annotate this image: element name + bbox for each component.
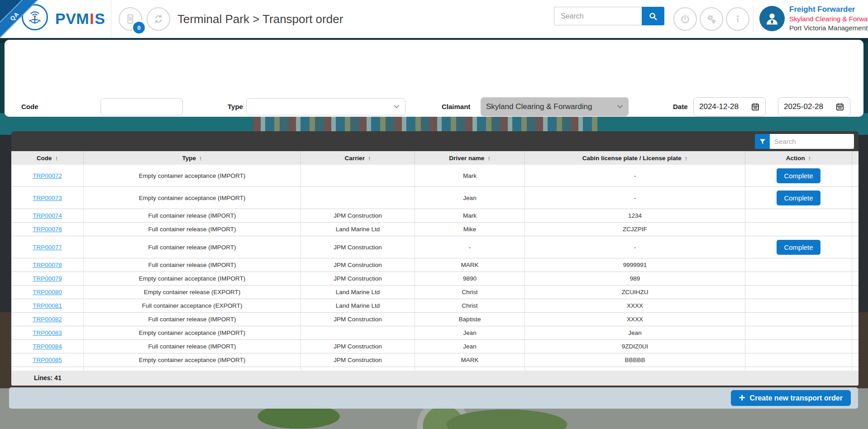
cell-carrier: JPM Construction [301,236,415,258]
table-scrollbar-gutter[interactable] [852,286,858,299]
cell-action [745,209,852,222]
table-search-input[interactable] [770,134,854,149]
table-scrollbar-gutter[interactable] [852,353,858,367]
global-search-button[interactable] [642,7,664,25]
table-scrollbar-gutter[interactable] [852,272,858,285]
type-select[interactable] [246,98,405,115]
table-scrollbar-gutter[interactable] [852,367,858,371]
cell-action: Complete [745,165,852,186]
cell-driver: MARK [415,258,525,272]
filter-panel: Code Type Claimant Skyland Clearing & Fo… [5,40,863,117]
table-scrollbar-gutter[interactable] [852,187,858,209]
table-scrollbar-gutter[interactable] [852,313,858,326]
documents-button[interactable]: 0 [119,7,142,31]
claimant-select-value: Skyland Clearing & Forwarding [486,102,592,111]
table-scrollbar-gutter[interactable] [852,165,858,186]
order-code-link[interactable]: TRP00076 [33,226,62,233]
table-scrollbar-gutter[interactable] [852,340,858,353]
column-header-license-plate[interactable]: Cabin license plate / License plate↑ [525,151,745,165]
cell-type: Full container release (IMPORT) [84,258,301,272]
cell-code: TRP00083 [11,326,84,339]
cell-driver: - [415,236,525,258]
info-button[interactable] [726,7,749,31]
cell-code: TRP00084 [11,340,84,353]
user-avatar[interactable] [759,6,785,31]
settings-button[interactable] [700,7,723,31]
column-header-carrier[interactable]: Carrier↑ [301,151,415,165]
table-row [11,367,858,371]
order-code-link[interactable]: TRP00084 [33,343,62,350]
date-from-picker[interactable]: 2024-12-28 [693,97,766,116]
order-code-link[interactable]: TRP00085 [33,357,62,363]
date-to-value: 2025-02-28 [784,102,823,111]
code-label: Code [21,98,38,115]
create-transport-order-button[interactable]: + Create new transport order [731,390,851,406]
table-scrollbar-gutter[interactable] [852,299,858,312]
cell-carrier: JPM Construction [301,313,415,326]
column-header-type[interactable]: Type↑ [84,151,301,165]
cell-type: Full container acceptance (EXPORT) [84,299,301,312]
complete-button[interactable]: Complete [777,240,820,255]
table-scrollbar-gutter[interactable] [852,258,858,272]
chevron-down-icon [393,105,400,109]
table-filter-button[interactable] [755,134,770,149]
table-scrollbar-gutter[interactable] [852,236,858,258]
table-scrollbar-gutter[interactable] [852,223,858,236]
sort-asc-icon: ↑ [368,155,371,162]
cell-action [745,313,852,326]
transport-orders-table: Code↑ Type↑ Carrier↑ Driver name↑ Cabin … [11,131,858,386]
order-code-link[interactable]: TRP00072 [33,172,62,179]
refresh-icon [153,13,164,25]
table-scrollbar-gutter[interactable] [852,326,858,339]
order-code-link[interactable]: TRP00078 [33,262,62,268]
table-toolbar [11,131,858,151]
sort-asc-icon: ↑ [487,155,491,162]
column-header-action[interactable]: Action↑ [745,151,852,165]
column-header-code[interactable]: Code↑ [11,151,84,165]
cell-type: Empty container release (EXPORT) [84,286,301,299]
table-row: TRP00076 Full container release (IMPORT)… [11,223,858,236]
logout-button[interactable] [673,7,697,31]
order-code-link[interactable]: TRP00077 [33,244,62,251]
claimant-select[interactable]: Skyland Clearing & Forwarding [481,97,629,116]
cell-plate: 9999991 [525,258,745,272]
cell-carrier [301,367,415,371]
cell-carrier: JPM Construction [301,258,415,272]
header-divider-left [111,0,111,38]
cell-code: TRP00074 [11,209,84,222]
cell-carrier [301,326,415,339]
date-to-picker[interactable]: 2025-02-28 [778,97,850,116]
user-organization: Skyland Clearing & Forwarding [789,14,868,24]
code-input[interactable] [100,98,183,115]
complete-button[interactable]: Complete [777,191,820,205]
order-code-link[interactable]: TRP00083 [33,329,62,336]
cell-carrier [301,187,415,209]
cell-action [745,340,852,353]
order-code-link[interactable]: TRP00082 [33,316,62,323]
type-label: Type [228,98,243,115]
cell-driver: Mark [415,165,525,186]
cell-plate: - [525,187,745,209]
order-code-link[interactable]: TRP00080 [33,289,62,296]
complete-button[interactable]: Complete [777,168,820,183]
column-header-driver-name[interactable]: Driver name↑ [415,151,525,165]
claimant-label: Claimant [442,98,470,115]
order-code-link[interactable]: TRP00074 [33,212,62,219]
cell-carrier: Land Marine Ltd [301,299,415,312]
user-identity: Freight Forwarder Skyland Clearing & For… [789,5,868,33]
table-scrollbar-gutter[interactable] [852,209,858,222]
order-code-link[interactable]: TRP00079 [33,275,62,282]
order-code-link[interactable]: TRP00073 [33,195,62,201]
cell-code: TRP00078 [11,258,84,272]
cell-action [745,258,852,272]
global-search-input[interactable] [554,7,642,25]
cell-carrier: Land Marine Ltd [301,223,415,236]
cell-type: Full container release (IMPORT) [84,340,301,353]
application-window: PVMIS 0 Terminal Park > Transport order [0,0,868,429]
order-code-link[interactable]: TRP00081 [33,302,62,309]
cell-driver [415,367,525,371]
gears-icon [705,13,718,25]
cell-plate: - [525,236,745,258]
cell-code: TRP00076 [11,223,84,236]
refresh-button[interactable] [147,7,170,31]
